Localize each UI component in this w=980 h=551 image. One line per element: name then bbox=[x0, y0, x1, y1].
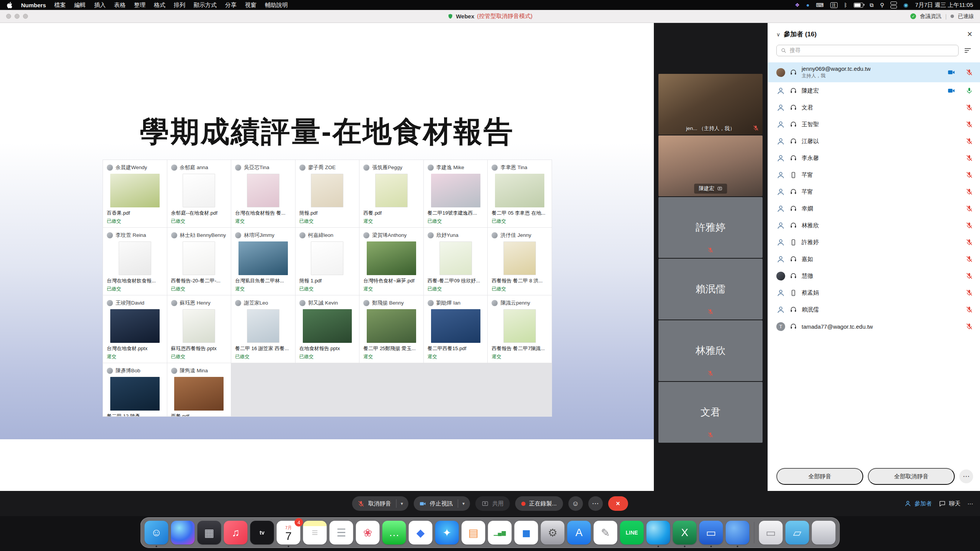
mic-muted-icon[interactable] bbox=[965, 188, 973, 196]
submission-card[interactable]: 王竣翔David 台灣在地食材.pptx 遲交 bbox=[103, 295, 167, 363]
chevron-down-icon[interactable]: ▾ bbox=[400, 501, 406, 506]
submission-card[interactable]: 林堉珂Jimmy 台灣虱目魚餐二甲林... 遲交 bbox=[231, 228, 295, 295]
video-tile[interactable]: 陳建宏 bbox=[658, 135, 763, 196]
submission-card[interactable]: 陳彥博Bob 餐二甲 12 陳彥... bbox=[103, 363, 167, 417]
mic-muted-icon[interactable] bbox=[965, 137, 973, 145]
notes-icon[interactable]: ≡ bbox=[303, 521, 327, 544]
submission-thumbnail[interactable] bbox=[299, 241, 356, 275]
mic-muted-icon[interactable] bbox=[965, 68, 973, 76]
participant-row[interactable]: 許雅婷 bbox=[768, 234, 980, 251]
finder-icon[interactable]: ☺ bbox=[145, 521, 168, 544]
menu-item-整理[interactable]: 整理 bbox=[130, 2, 150, 9]
folder-icon[interactable]: ▱ bbox=[786, 521, 809, 544]
participant-row[interactable]: 江馨以 bbox=[768, 133, 980, 150]
calendar-icon[interactable]: 7月7 4 bbox=[277, 521, 301, 544]
submission-thumbnail[interactable] bbox=[428, 309, 484, 343]
textedit-icon[interactable]: ✎ bbox=[594, 521, 617, 544]
launchpad-icon[interactable]: ▦ bbox=[198, 521, 221, 544]
keynote-icon[interactable]: ◼ bbox=[514, 521, 538, 544]
keyboard-icon[interactable]: ⌨ bbox=[816, 2, 823, 8]
unmute-button[interactable]: 取消靜音 ▾ bbox=[352, 496, 408, 511]
submission-thumbnail[interactable] bbox=[492, 309, 548, 343]
siri-icon[interactable] bbox=[171, 521, 195, 544]
submission-card[interactable]: 廖子喬 ZOE 簡報.pdf 已繳交 bbox=[296, 160, 359, 227]
menu-extra-icon-2[interactable]: ● bbox=[806, 2, 809, 8]
apple-menu-icon[interactable] bbox=[4, 2, 17, 8]
submission-thumbnail[interactable] bbox=[171, 309, 227, 343]
menu-item-格式[interactable]: 格式 bbox=[150, 2, 170, 9]
spotlight-icon[interactable]: ⚲ bbox=[880, 2, 884, 8]
participant-row[interactable]: 王智聖 bbox=[768, 116, 980, 133]
submission-thumbnail[interactable] bbox=[363, 241, 420, 275]
submission-card[interactable]: 吳亞芯Tina 台灣在地食材報告 餐... 遲交 bbox=[231, 160, 295, 227]
minimize-window-button[interactable] bbox=[15, 14, 20, 19]
webex-icon[interactable] bbox=[647, 521, 670, 544]
participant-row[interactable]: 李永馨 bbox=[768, 150, 980, 166]
books-icon[interactable]: ▤ bbox=[462, 521, 485, 544]
participant-row[interactable]: 嘉如 bbox=[768, 251, 980, 267]
submission-thumbnail[interactable] bbox=[363, 309, 420, 343]
participants-toggle-button[interactable]: 參加者 bbox=[904, 500, 932, 507]
submission-thumbnail[interactable] bbox=[171, 241, 227, 275]
submission-card[interactable]: 陳識云penny 西餐報告 餐二甲7陳識... 遲交 bbox=[488, 295, 552, 363]
video-tile[interactable]: 文君 bbox=[658, 382, 763, 443]
close-window-button[interactable] bbox=[6, 14, 11, 19]
meeting-info-link[interactable]: 會議資訊 bbox=[920, 13, 941, 20]
mic-muted-icon[interactable] bbox=[965, 306, 973, 313]
menu-item-插入[interactable]: 插入 bbox=[90, 2, 110, 9]
safari-icon[interactable]: ✦ bbox=[435, 521, 459, 544]
mic-muted-icon[interactable] bbox=[965, 289, 973, 297]
music-icon[interactable]: ♫ bbox=[224, 521, 248, 544]
submission-thumbnail[interactable] bbox=[107, 174, 163, 207]
system-preferences-icon[interactable]: ⚙ bbox=[541, 521, 565, 544]
submission-card[interactable]: 李聿恩 Tina 餐二甲 05 李聿恩 在地... 已繳交 bbox=[488, 160, 552, 227]
close-panel-icon[interactable]: × bbox=[967, 30, 972, 39]
submission-thumbnail[interactable] bbox=[299, 309, 356, 343]
menu-item-排列[interactable]: 排列 bbox=[170, 2, 189, 9]
participant-row[interactable]: 芊甯 bbox=[768, 183, 980, 200]
more-options-icon[interactable]: ⋯ bbox=[959, 469, 973, 483]
chevron-down-icon[interactable]: ▾ bbox=[462, 501, 468, 506]
webex-teams-icon[interactable] bbox=[726, 521, 750, 544]
leave-meeting-button[interactable]: × bbox=[608, 496, 628, 511]
reminders-icon[interactable]: ☰ bbox=[330, 521, 353, 544]
submission-card[interactable]: 劉助燁 Ian 餐二甲西餐15.pdf 遲交 bbox=[424, 295, 488, 363]
menu-extra-icon[interactable]: ❖ bbox=[795, 2, 800, 8]
unmute-all-button[interactable]: 全部取消靜音 bbox=[868, 468, 955, 485]
mic-muted-icon[interactable] bbox=[965, 272, 973, 280]
submission-thumbnail[interactable] bbox=[235, 309, 291, 343]
video-tile[interactable]: 林雅欣 bbox=[658, 320, 763, 381]
menu-item-檔案[interactable]: 檔案 bbox=[50, 2, 70, 9]
video-tile[interactable]: 許雅婷 bbox=[658, 197, 763, 258]
submission-thumbnail[interactable] bbox=[235, 241, 291, 275]
messages-icon[interactable]: … bbox=[382, 521, 406, 544]
submission-thumbnail[interactable] bbox=[492, 174, 548, 207]
mic-on-icon[interactable] bbox=[965, 87, 973, 95]
submission-card[interactable]: 李玟萱 Reina 台灣在地食材飲食報... 已繳交 bbox=[103, 228, 167, 295]
submission-card[interactable]: 洪伃佳 Jenny 西餐報告 餐二甲 8 洪... 已繳交 bbox=[488, 228, 552, 295]
participant-row[interactable]: 芊甯 bbox=[768, 166, 980, 183]
apple-tv-icon[interactable]: tv bbox=[250, 521, 274, 544]
participant-row[interactable]: jenny069@wagor.tc.edu.tw 主持人，我 bbox=[768, 62, 980, 82]
submission-card[interactable]: 郭又誠 Kevin 在地食材報告.pptx 已繳交 bbox=[296, 295, 359, 363]
mic-muted-icon[interactable] bbox=[965, 238, 973, 246]
mic-muted-icon[interactable] bbox=[965, 154, 973, 162]
menu-item-顯示方式[interactable]: 顯示方式 bbox=[189, 2, 221, 9]
submission-thumbnail[interactable] bbox=[428, 241, 484, 275]
bluetooth-icon[interactable]: ᛒ bbox=[844, 2, 847, 8]
input-source-icon[interactable]: 注 bbox=[830, 2, 838, 8]
submission-card[interactable]: 林士勛 BennyBenny 西餐報告-20-餐二甲-... 已繳交 bbox=[167, 228, 231, 295]
submission-thumbnail[interactable] bbox=[107, 309, 163, 343]
photos-ic konon[interactable]: ❀ bbox=[356, 521, 380, 544]
participant-row[interactable]: 慧徹 bbox=[768, 267, 980, 284]
submission-card[interactable]: 余晨建Wendy 百香果.pdf 已繳交 bbox=[103, 160, 167, 227]
submission-card[interactable]: 張筑雁Peggy 西餐.pdf 遲交 bbox=[359, 160, 423, 227]
control-center-icon[interactable] bbox=[890, 2, 897, 8]
numbers-icon[interactable]: ▁▄▆ bbox=[488, 521, 512, 544]
participant-row[interactable]: 林雅欣 bbox=[768, 217, 980, 234]
submission-card[interactable]: 李建逸 Mike 餐二甲19號李建逸西... 已繳交 bbox=[424, 160, 488, 227]
mic-muted-icon[interactable] bbox=[965, 205, 973, 212]
submission-thumbnail[interactable] bbox=[107, 241, 163, 275]
active-app-menu[interactable]: Numbers bbox=[17, 2, 50, 8]
line-icon[interactable]: LINE bbox=[620, 521, 644, 544]
